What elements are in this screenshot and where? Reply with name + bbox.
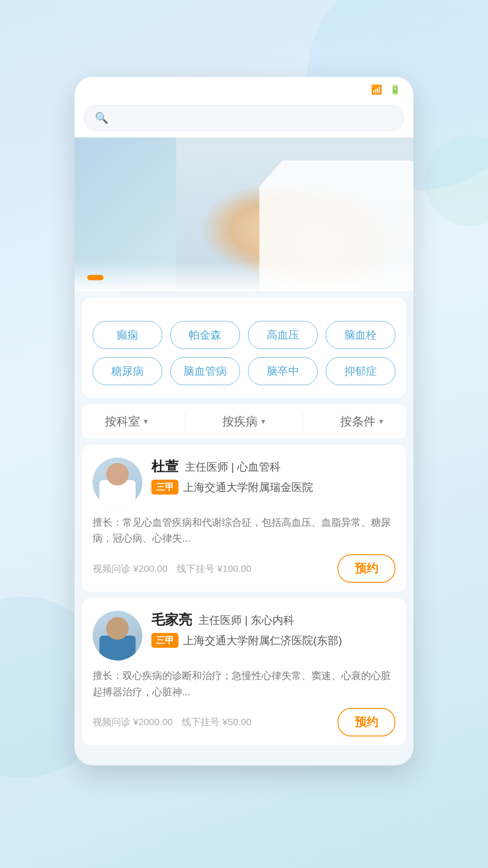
banner-tag-row <box>87 275 401 280</box>
doctor-avatar-1 <box>93 611 142 660</box>
disease-tag-糖尿病[interactable]: 糖尿病 <box>93 357 162 385</box>
bg-decoration-circle-3 <box>425 136 488 226</box>
filter-divider-1 <box>303 413 303 429</box>
banner-tag <box>87 275 103 280</box>
search-bar[interactable]: 🔍 <box>84 105 404 131</box>
avatar-placeholder-0 <box>93 458 142 507</box>
price-video-1: 视频问诊 ¥2000.00 <box>93 716 173 728</box>
doctor-header-1: 毛家亮 主任医师 | 东心内科 三甲 上海交通大学附属仁济医院(东部) <box>93 611 395 660</box>
price-video-0: 视频问诊 ¥200.00 <box>93 562 168 575</box>
banner-overlay <box>75 261 413 291</box>
doctor-cards-container: 杜萱 主任医师 | 心血管科 三甲 上海交通大学附属瑞金医院 擅长：常见心血管疾… <box>75 445 413 745</box>
filter-label-0: 按科室 <box>105 414 140 429</box>
hospital-name-0: 上海交通大学附属瑞金医院 <box>183 480 313 495</box>
doctor-name-row-1: 毛家亮 主任医师 | 东心内科 <box>151 611 395 629</box>
filter-label-2: 按条件 <box>340 414 375 429</box>
doctor-name-0: 杜萱 <box>151 458 178 476</box>
appointment-button-1[interactable]: 预约 <box>338 708 395 736</box>
disease-tag-抑郁症[interactable]: 抑郁症 <box>326 357 395 385</box>
appointment-button-0[interactable]: 预约 <box>338 554 395 583</box>
disease-tag-脑血管病[interactable]: 脑血管病 <box>170 357 240 385</box>
disease-tag-癫痫[interactable]: 癫痫 <box>93 321 162 349</box>
doctor-name-row-0: 杜萱 主任医师 | 心血管科 <box>151 458 395 476</box>
disease-tag-帕金森[interactable]: 帕金森 <box>170 321 240 349</box>
chevron-down-icon-2: ▾ <box>379 416 383 426</box>
phone-mockup: 📶 🔋 🔍 癫痫帕金森高血压 <box>75 77 413 765</box>
doctor-name-1: 毛家亮 <box>151 611 192 629</box>
doctor-title-0: 主任医师 | 心血管科 <box>185 460 281 474</box>
chevron-down-icon-1: ▾ <box>261 416 265 426</box>
disease-grid: 癫痫帕金森高血压脑血栓糖尿病脑血管病脑卒中抑郁症 <box>93 321 395 385</box>
battery-icon: 🔋 <box>389 84 401 95</box>
filter-divider-0 <box>185 413 185 429</box>
network-icon: 📶 <box>371 84 382 95</box>
doctor-card-1: 毛家亮 主任医师 | 东心内科 三甲 上海交通大学附属仁济医院(东部) 擅长：双… <box>82 598 406 745</box>
doctor-avatar-0 <box>93 458 142 507</box>
banner-area <box>75 137 413 291</box>
disease-tag-脑血栓[interactable]: 脑血栓 <box>326 321 395 349</box>
status-bar: 📶 🔋 <box>75 77 413 99</box>
doctor-desc-1: 擅长：双心疾病的诊断和治疗；急慢性心律失常、窦速、心衰的心脏起搏器治疗，心脏神.… <box>93 668 395 699</box>
filter-item-2[interactable]: 按条件▾ <box>340 414 383 429</box>
hospital-badge-1: 三甲 <box>151 633 178 648</box>
price-row-1: 视频问诊 ¥2000.00 线下挂号 ¥50.00 <box>93 716 252 728</box>
disease-tag-脑卒中[interactable]: 脑卒中 <box>248 357 318 385</box>
price-offline-0: 线下挂号 ¥100.00 <box>177 562 252 575</box>
hospital-row-1: 三甲 上海交通大学附属仁济医院(东部) <box>151 633 395 648</box>
hospital-name-1: 上海交通大学附属仁济医院(东部) <box>183 633 342 648</box>
avatar-placeholder-1 <box>93 611 142 660</box>
filter-item-1[interactable]: 按疾病▾ <box>222 414 265 429</box>
hospital-row-0: 三甲 上海交通大学附属瑞金医院 <box>151 480 395 495</box>
special-diseases-section: 癫痫帕金森高血压脑血栓糖尿病脑血管病脑卒中抑郁症 <box>82 297 406 398</box>
search-bar-container: 🔍 <box>75 99 413 137</box>
doctor-desc-0: 擅长：常见心血管疾病和代谢综合征，包括高血压、血脂异常、糖尿病，冠心病、心律失.… <box>93 514 395 546</box>
price-row-0: 视频问诊 ¥200.00 线下挂号 ¥100.00 <box>93 562 252 575</box>
doctor-footer-0: 视频问诊 ¥200.00 线下挂号 ¥100.00 预约 <box>93 554 395 583</box>
doctor-footer-1: 视频问诊 ¥2000.00 线下挂号 ¥50.00 预约 <box>93 708 395 736</box>
search-icon: 🔍 <box>95 112 108 124</box>
filter-bar: 按科室▾按疾病▾按条件▾ <box>82 404 406 439</box>
doctor-info-1: 毛家亮 主任医师 | 东心内科 三甲 上海交通大学附属仁济医院(东部) <box>151 611 395 660</box>
doctor-header-0: 杜萱 主任医师 | 心血管科 三甲 上海交通大学附属瑞金医院 <box>93 458 395 507</box>
price-offline-1: 线下挂号 ¥50.00 <box>182 716 251 728</box>
doctor-title-1: 主任医师 | 东心内科 <box>198 613 294 627</box>
chevron-down-icon-0: ▾ <box>144 416 148 426</box>
status-icons: 📶 🔋 <box>371 84 401 95</box>
doctor-info-0: 杜萱 主任医师 | 心血管科 三甲 上海交通大学附属瑞金医院 <box>151 458 395 507</box>
filter-item-0[interactable]: 按科室▾ <box>105 414 148 429</box>
doctor-card-0: 杜萱 主任医师 | 心血管科 三甲 上海交通大学附属瑞金医院 擅长：常见心血管疾… <box>82 445 406 592</box>
hero-section <box>0 0 488 63</box>
filter-label-1: 按疾病 <box>222 414 258 429</box>
disease-tag-高血压[interactable]: 高血压 <box>248 321 318 349</box>
hospital-badge-0: 三甲 <box>151 480 178 495</box>
